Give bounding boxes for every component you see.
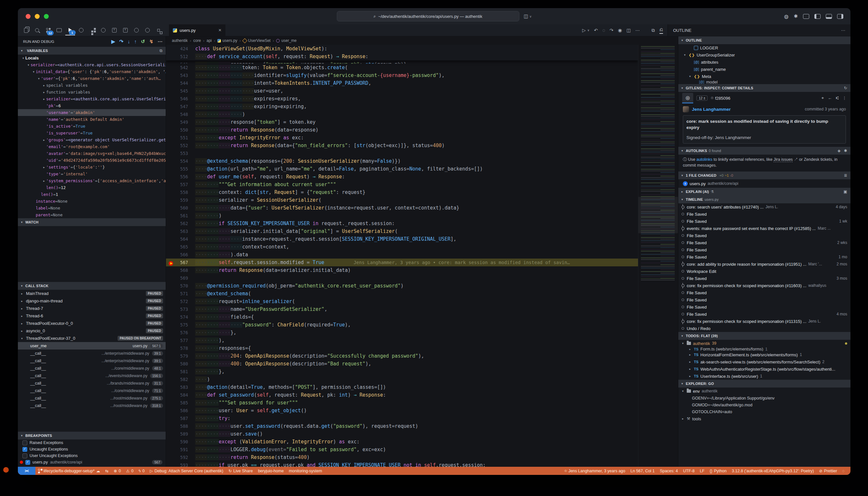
explorer-icon[interactable]	[21, 25, 31, 35]
code-line-589[interactable]: 589············user.save()	[166, 430, 638, 438]
ports-status[interactable]: ϟ0	[136, 469, 147, 473]
problems-errors[interactable]: ⊗0	[111, 469, 123, 473]
testing-icon[interactable]	[76, 25, 86, 35]
language-status[interactable]: {}Python	[707, 469, 729, 473]
variable-row[interactable]: parent = None	[18, 212, 166, 218]
variable-row[interactable]: 'avatar' = 'data:image/svg+xml;base64,PH…	[18, 150, 166, 157]
debug-status[interactable]: ▷Debug: Attach Server Core (authentik)	[147, 469, 226, 473]
toggle-left-sidebar-icon[interactable]	[815, 14, 821, 19]
code-line-559[interactable]: 559········serializer = SessionUserSeria…	[166, 196, 638, 204]
code-line-571[interactable]: 571····@extend_schema(	[166, 290, 638, 297]
code-line-552[interactable]: 552············return Response(data={"no…	[166, 142, 638, 150]
timeline-item[interactable]: File Saved	[678, 232, 851, 239]
kebab-menu-icon[interactable]: ⋮	[842, 95, 847, 101]
timeline-item[interactable]: File Saved	[678, 246, 851, 253]
toggle-right-sidebar-icon[interactable]	[837, 14, 843, 19]
outline-item-LOGGER[interactable]: LOGGER	[678, 44, 851, 51]
git-branch-status[interactable]: lifecycle/fix-debugger-setup*☁	[35, 469, 103, 473]
copy-value-icon[interactable]: ⧉	[159, 48, 162, 53]
timeline-item[interactable]: File Saved1 mo	[678, 253, 851, 261]
settings-gear-icon[interactable]: ✱	[794, 13, 798, 19]
breadcrumb-item[interactable]: api	[206, 38, 212, 43]
code-line-551[interactable]: 551········except IntegrityError as exc:	[166, 134, 638, 142]
encoding-status[interactable]: UTF-8	[681, 469, 697, 473]
stack-frame-row[interactable]: __call__.../root/middleware.py275:1	[18, 394, 166, 402]
code-line-575[interactable]: 575················"password": CharField…	[166, 321, 638, 329]
code-line-548[interactable]: 548················)	[166, 110, 638, 118]
stack-frame-row[interactable]: user_meusers.py567:1	[18, 342, 166, 350]
timeline-item[interactable]: File Saved1 wk	[678, 218, 851, 225]
sync-status[interactable]: ⇆	[103, 469, 111, 473]
breadcrumb[interactable]: authentik›core›api›users.py›UserViewSet›…	[166, 36, 678, 45]
timeline-item[interactable]: File Saved4 mos	[678, 311, 851, 318]
todo-file-row[interactable]: ▸TSak-search-select-view.ts (web/src/ele…	[678, 358, 851, 366]
blame-status[interactable]: ⌾Jens Langhammer, 3 years ago	[562, 469, 627, 473]
code-line-585[interactable]: 585········"""Set password for user"""	[166, 399, 638, 407]
code-line-550[interactable]: 550············return Response(data=resp…	[166, 126, 638, 134]
code-line-586[interactable]: 586········user: User = self.get_object(…	[166, 407, 638, 415]
todo-file-row[interactable]: ▸TSForm.ts (web/src/elements/forms)1	[678, 347, 851, 351]
code-line-563[interactable]: 563············serializer.initial_data["…	[166, 227, 638, 235]
tab-users-py[interactable]: users.py ✕	[169, 25, 226, 36]
go-env-var[interactable]: GOENV=~/Library/Application Support/go/e…	[678, 395, 851, 402]
customize-layout-icon[interactable]	[803, 14, 809, 19]
toggle-bottom-panel-icon[interactable]	[826, 14, 832, 19]
code-line-573[interactable]: 573············name="UserPasswordSetSeri…	[166, 305, 638, 313]
extensions-icon[interactable]	[88, 25, 97, 35]
close-tab-icon[interactable]: ✕	[218, 28, 221, 32]
graph-icon[interactable]: ⑆	[836, 95, 838, 101]
code-line-560[interactable]: 560············data={"user": UserSelfSer…	[166, 204, 638, 212]
breadcrumb-item[interactable]: user_me	[276, 38, 297, 43]
todos-section-header[interactable]: ▾ TODOS: FLAT (39)	[678, 332, 851, 340]
todos-root-row[interactable]: ▾ authentik 39	[678, 340, 851, 347]
code-line-568[interactable]: 568········return Response(data=serializ…	[166, 266, 638, 274]
stack-frame-row[interactable]: __call__.../root/middleware.py318:1	[18, 402, 166, 409]
commit-sha[interactable]: f285096	[715, 96, 730, 101]
thread-row[interactable]: ▸MainThreadPAUSED	[18, 290, 166, 297]
go-env-row[interactable]: ▾ env authentik	[678, 388, 851, 395]
variable-row[interactable]: ▾serializer = <authentik.core.api.users.…	[18, 61, 166, 68]
timeline-item[interactable]: core: fix permission check for scoped im…	[678, 282, 851, 289]
timeline-item[interactable]: File Saved	[678, 211, 851, 218]
outline-item-UserGroupSerializer[interactable]: ▾❮❯UserGroupSerializer	[678, 51, 851, 59]
todo-file-row[interactable]: ▸TSWebAuthnAuthenticatorRegisterStage.ts…	[678, 366, 851, 373]
live-share-icon[interactable]	[131, 25, 141, 35]
call-stack-section-header[interactable]: ▾ CALL STACK	[18, 282, 166, 290]
timeline-item[interactable]: core: fix permission check for scoped im…	[678, 318, 851, 325]
stack-frame-row[interactable]: __call__.../brands/middleware.py31:1	[18, 379, 166, 387]
autolinks-section-header[interactable]: ▾ AUTOLINKS 0 found ◈✱	[678, 147, 851, 155]
cursor-position[interactable]: Ln 567, Col 1	[628, 469, 657, 473]
remote-indicator[interactable]: ><	[18, 467, 35, 475]
code-line-564[interactable]: 564················instance=request._req…	[166, 235, 638, 243]
continue-alt-icon[interactable]: ◌	[602, 28, 605, 33]
breakpoint-row[interactable]: Raised Exceptions	[18, 439, 166, 446]
github-icon[interactable]	[98, 25, 108, 35]
code-line-554[interactable]: 554····@extend_schema(responses={200: Se…	[166, 157, 638, 165]
stack-frame-row[interactable]: __call__.../core/middleware.py71:1	[18, 387, 166, 394]
run-python-button[interactable]: ▷	[582, 28, 586, 33]
timeline-item[interactable]: core: add ability to provide reason for …	[678, 261, 851, 268]
prettier-status[interactable]: ⊘Prettier	[817, 469, 840, 473]
variable-row[interactable]: len() = 12	[18, 184, 166, 191]
beryjuio-home-status[interactable]: beryjuio-home	[255, 469, 286, 473]
breakpoint-row[interactable]: User Uncaught Exceptions	[18, 452, 166, 459]
variable-row[interactable]: 'uid' = '49d24724dfa590a20fb5961e9c6673c…	[18, 157, 166, 164]
more-actions-button[interactable]: ⋯	[157, 38, 162, 45]
monitoring-system-status[interactable]: monitoring-system	[286, 469, 325, 473]
timeline-item[interactable]: File Saved	[678, 304, 851, 311]
close-window-button[interactable]	[26, 14, 31, 19]
search-icon[interactable]	[32, 25, 42, 35]
code-line-541[interactable]: 541············response = {"username": u…	[166, 60, 638, 64]
code-line-556[interactable]: 556····def user_me(self, request: Reques…	[166, 173, 638, 181]
split-editor-button[interactable]: ◫	[626, 28, 631, 33]
gitlens-icon[interactable]	[121, 25, 130, 35]
breadcrumb-item[interactable]: authentik	[172, 38, 188, 43]
variable-row[interactable]: 'is_superuser' = True	[18, 129, 166, 136]
code-line-424[interactable]: 424class UserViewSet(UsedByMixin, ModelV…	[166, 45, 638, 52]
pin-icon[interactable]: ⌖	[822, 95, 824, 101]
sidebar-more-icon[interactable]: ⋯	[841, 28, 845, 33]
outline-section-header[interactable]: ▾ OUTLINE	[678, 36, 851, 44]
files-changed-section-header[interactable]: ▾ 1 FILE CHANGED +0 ~1 -0 ≣	[678, 171, 851, 179]
variable-row[interactable]: 'pk' = 6	[18, 102, 166, 109]
code-line-567[interactable]: 567········self.request.session.modified…	[166, 259, 638, 266]
